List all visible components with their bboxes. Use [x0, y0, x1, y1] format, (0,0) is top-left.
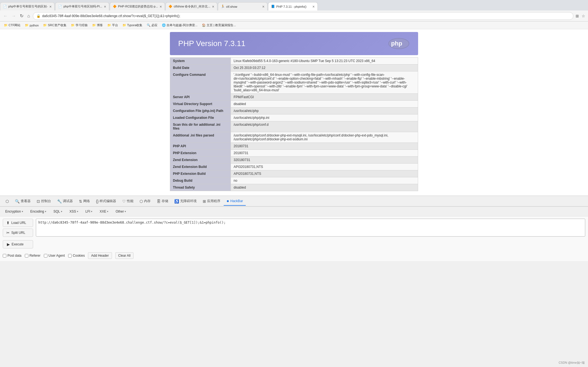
table-key: Build Date	[170, 65, 231, 71]
clear-all-button[interactable]: Clear All	[115, 252, 134, 259]
dropdown-arrow-icon: ▾	[45, 210, 46, 213]
bookmark-item[interactable]: 📁python	[23, 23, 40, 28]
browser-tab-tab3[interactable]: 🔶 PHP-RCE绕过的姿势总结·p... ×	[110, 2, 165, 10]
table-value: /usr/local/etc/php/conf.d	[231, 121, 418, 132]
table-key: Scan this dir for additional .ini files	[170, 121, 231, 132]
tab-favicon: 🔶	[169, 5, 172, 9]
bookmark-item[interactable]: 📁平台	[106, 23, 120, 28]
checkbox-input[interactable]	[68, 254, 72, 258]
devtools-tab-样式编辑器[interactable]: {}样式编辑器	[93, 197, 119, 205]
tab-title: PHP 7.3.11 - phpinfo()	[276, 5, 311, 8]
hackbar-menu-other[interactable]: Other▾	[113, 208, 129, 215]
browser-tab-tab4[interactable]: 🔶 ctfshow 命令执行_何亦北... ×	[165, 2, 217, 10]
add-header-button[interactable]: Add Header	[88, 252, 112, 259]
checkbox-input[interactable]	[3, 254, 6, 258]
hackbar-checkbox-referer[interactable]: Referer	[25, 254, 41, 258]
bookmark-label: 主页 | 教育漏洞报告...	[207, 23, 236, 27]
bookmark-star-button[interactable]: ☆	[581, 13, 586, 19]
hackbar-checkbox-user-agent[interactable]: User Agent	[44, 254, 65, 258]
security-icon: 🔒	[36, 14, 41, 18]
split-url-button[interactable]: ✂ Split URL	[3, 229, 33, 237]
hackbar-checkbox-post-data[interactable]: Post data	[3, 254, 22, 258]
table-value: disabled	[231, 184, 418, 191]
reload-button[interactable]: ↻	[19, 12, 25, 20]
checkbox-input[interactable]	[25, 254, 28, 258]
tab-close-button[interactable]: ×	[104, 4, 106, 9]
table-value: 20180731	[231, 143, 418, 150]
tab-bar: 📄 php中单引号和双引号的区别- ×📄 php中单双引号有区别吗-PI... …	[0, 0, 588, 10]
tab-close-button[interactable]: ×	[312, 4, 315, 9]
devtools-tab-icon: ⇅	[79, 199, 82, 203]
extensions-button[interactable]: ⊞	[575, 13, 579, 19]
devtools-tab-icon: ♡	[122, 199, 126, 203]
hackbar-menu-label: SQL	[54, 210, 60, 213]
devtools-tab-内存[interactable]: ⬡内存	[137, 197, 153, 205]
bookmark-item[interactable]: 🏠主页 | 教育漏洞报告...	[200, 23, 237, 28]
devtools-tab-控制台[interactable]: ⊡控制台	[34, 197, 54, 205]
load-url-button[interactable]: ⬆ Load URL	[3, 219, 33, 227]
devtools-tab-[interactable]: ⬡	[3, 197, 12, 205]
tab-close-button[interactable]: ×	[49, 4, 52, 9]
bookmark-label: 学习经验	[76, 23, 88, 27]
tab-title: ctf.show	[226, 5, 261, 8]
home-button[interactable]: ⌂	[26, 12, 31, 20]
devtools-tab-label: 查看器	[21, 199, 31, 203]
bookmark-icon: 📁	[71, 23, 75, 27]
phpinfo-table: SystemLinux f0afeb09dd55 5.4.0-163-gener…	[170, 57, 418, 191]
hackbar-menu-sql[interactable]: SQL▾	[51, 208, 65, 215]
devtools-tab-调试器[interactable]: 🔧调试器	[54, 197, 76, 205]
load-url-label: Load URL	[11, 221, 26, 225]
hackbar-menu-xxe[interactable]: XXE▾	[97, 208, 111, 215]
browser-tab-tab5[interactable]: 🏃 ctf.show ×	[218, 2, 268, 10]
checkbox-input[interactable]	[44, 254, 47, 258]
dropdown-arrow-icon: ▾	[91, 210, 92, 213]
devtools-tab-性能[interactable]: ♡性能	[119, 197, 136, 205]
table-key: Thread Safety	[170, 184, 231, 191]
hackbar-checkbox-cookies[interactable]: Cookies	[68, 254, 85, 258]
nav-bar: ← → ↻ ⌂ 🔒 da6c8345-78ff-4aaf-909e-88d3ee…	[0, 10, 588, 22]
devtools-tab-无障碍环境[interactable]: ♿无障碍环境	[172, 197, 199, 205]
hackbar-menu-encryption[interactable]: Encryption▾	[3, 208, 26, 215]
browser-tab-tab1[interactable]: 📄 php中单引号和双引号的区别- ×	[0, 2, 55, 10]
hackbar-menu-encoding[interactable]: Encoding▾	[28, 208, 49, 215]
table-value: disabled	[231, 101, 418, 108]
dropdown-arrow-icon: ▾	[77, 210, 78, 213]
php-header: PHP Version 7.3.11 php	[170, 32, 418, 55]
devtools-tab-应用程序[interactable]: ⊞应用程序	[200, 197, 223, 205]
tab-close-button[interactable]: ×	[262, 4, 264, 9]
devtools-tab-查看器[interactable]: 🔍查看器	[12, 197, 33, 205]
table-value: Oct 25 2019 03:27:12	[231, 65, 418, 71]
bookmark-item[interactable]: 🌐自卑与超越-阿尔弗雷...	[160, 23, 199, 28]
table-row: Server APIFPM/FastCGI	[170, 94, 418, 101]
tab-close-button[interactable]: ×	[160, 4, 162, 9]
browser-tab-tab2[interactable]: 📄 php中单双引号有区别吗-PI... ×	[55, 2, 109, 10]
checkbox-label-text: User Agent	[49, 254, 65, 258]
table-row: Debug Buildno	[170, 177, 418, 184]
bookmark-item[interactable]: 📁博客	[90, 23, 105, 28]
hackbar-menu-lfi[interactable]: LFI▾	[83, 208, 95, 215]
execute-button[interactable]: ▶ Execute	[3, 240, 33, 248]
devtools-tab-label: 样式编辑器	[100, 199, 116, 203]
devtools-tab-hackbar[interactable]: ●HackBar	[224, 197, 246, 206]
browser-tab-tab6[interactable]: 📘 PHP 7.3.11 - phpinfo() ×	[268, 2, 318, 10]
split-url-label: Split URL	[11, 231, 25, 235]
tab-close-button[interactable]: ×	[212, 4, 214, 9]
bookmark-item[interactable]: 📁Typora收集	[121, 23, 144, 28]
table-value: './configure' '--build=x86_64-linux-musl…	[231, 71, 418, 94]
hackbar-menu-xss[interactable]: XSS▾	[67, 208, 81, 215]
dropdown-arrow-icon: ▾	[22, 210, 23, 213]
table-key: System	[170, 58, 231, 65]
bookmark-item[interactable]: 📁CTF网站	[2, 23, 22, 28]
bookmark-item[interactable]: 🔍必应	[145, 23, 159, 28]
devtools-tab-icon: ⬡	[140, 199, 143, 203]
table-key: PHP Extension	[170, 150, 231, 157]
bookmark-item[interactable]: 📁SRC资产收集	[41, 23, 68, 28]
address-text[interactable]: da6c8345-78ff-4aaf-909e-88d3ee3e4e68.cha…	[42, 14, 570, 18]
back-button[interactable]: ←	[2, 12, 9, 20]
devtools-tab-存储[interactable]: 🗄存储	[154, 197, 171, 205]
devtools-tab-网络[interactable]: ⇅网络	[76, 197, 93, 205]
forward-button[interactable]: →	[10, 12, 17, 20]
hackbar-url-input[interactable]	[36, 219, 585, 237]
bookmark-item[interactable]: 📁学习经验	[69, 23, 89, 28]
svg-text:php: php	[391, 40, 402, 47]
